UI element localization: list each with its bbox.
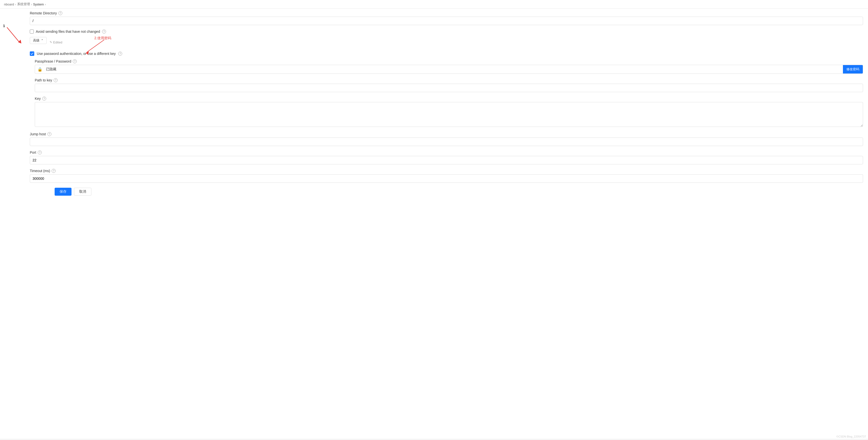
- cancel-button[interactable]: 取消: [74, 188, 91, 196]
- port-help-icon[interactable]: ?: [38, 151, 42, 154]
- svg-line-2: [87, 40, 104, 52]
- remote-directory-group: Remote Directory ?: [30, 11, 863, 25]
- jump-host-help-icon[interactable]: ?: [48, 132, 52, 136]
- advanced-row: 高级 ⌃ ✎ Edited: [30, 37, 863, 48]
- jump-host-label: Jump host ?: [30, 132, 863, 136]
- edit-icon: ✎: [50, 40, 52, 44]
- chevron-up-icon: ⌃: [41, 39, 43, 42]
- breadcrumb-sep-3: ›: [45, 2, 46, 6]
- path-to-key-group: Path to key ?: [30, 78, 863, 92]
- edited-label: ✎ Edited: [50, 40, 62, 44]
- breadcrumb: nboard › 系统管理 › System ›: [0, 0, 868, 9]
- passphrase-label: Passphrase / Password ?: [35, 59, 863, 63]
- use-password-row: Use password authentication, or use a di…: [30, 52, 863, 56]
- main-content: 1 2.使用密码 Remote Directory ? Avoid sendin…: [0, 9, 868, 439]
- port-input[interactable]: [30, 156, 863, 164]
- jump-host-group: Jump host ?: [30, 132, 863, 146]
- svg-line-0: [7, 27, 19, 42]
- remote-directory-help-icon[interactable]: ?: [58, 11, 62, 15]
- annotation-arrow: [2, 26, 24, 46]
- passphrase-group: Passphrase / Password ? 🔒 已隐藏 修改密码: [30, 59, 863, 74]
- breadcrumb-nboard[interactable]: nboard: [4, 2, 14, 6]
- timeout-help-icon[interactable]: ?: [52, 169, 56, 173]
- port-group: Port ?: [30, 151, 863, 164]
- advanced-label: 高级: [33, 38, 39, 43]
- key-textarea[interactable]: [35, 102, 863, 127]
- advanced-toggle-button[interactable]: 高级 ⌃: [30, 37, 47, 44]
- jump-host-input[interactable]: [30, 137, 863, 146]
- lock-icon: 🔒: [35, 67, 45, 72]
- breadcrumb-system-admin[interactable]: 系统管理: [17, 2, 30, 6]
- passphrase-hidden-value: 已隐藏: [45, 66, 843, 73]
- avoid-sending-label: Avoid sending files that have not change…: [36, 30, 100, 33]
- use-password-checkbox[interactable]: [30, 52, 34, 56]
- port-label: Port ?: [30, 151, 863, 154]
- timeout-label: Timeout (ms) ?: [30, 169, 863, 173]
- save-button[interactable]: 保存: [55, 188, 71, 196]
- annotation-arrow-2: [85, 38, 134, 58]
- bottom-buttons: 保存 取消: [30, 188, 863, 196]
- timeout-group: Timeout (ms) ?: [30, 169, 863, 183]
- avoid-sending-row: Avoid sending files that have not change…: [30, 30, 863, 33]
- avoid-sending-help-icon[interactable]: ?: [102, 30, 106, 33]
- key-help-icon[interactable]: ?: [42, 97, 46, 100]
- remote-directory-label: Remote Directory ?: [30, 11, 863, 15]
- form-section: Remote Directory ? Avoid sending files t…: [5, 9, 863, 196]
- passphrase-input-row: 🔒 已隐藏 修改密码: [35, 65, 863, 74]
- timeout-input[interactable]: [30, 174, 863, 183]
- remote-directory-input[interactable]: [30, 17, 863, 25]
- avoid-sending-checkbox[interactable]: [30, 30, 34, 33]
- breadcrumb-sep-1: ›: [15, 2, 16, 6]
- modify-password-button[interactable]: 修改密码: [843, 65, 863, 73]
- passphrase-help-icon[interactable]: ?: [73, 59, 77, 63]
- breadcrumb-system: System: [33, 2, 44, 6]
- path-to-key-input[interactable]: [35, 84, 863, 92]
- checkmark-icon: [31, 52, 33, 55]
- path-to-key-label: Path to key ?: [35, 78, 863, 82]
- breadcrumb-sep-2: ›: [31, 2, 32, 6]
- path-to-key-help-icon[interactable]: ?: [54, 78, 58, 82]
- key-label: Key ?: [35, 97, 863, 100]
- key-group: Key ?: [30, 97, 863, 128]
- watermark: ©CSDN Blog_22054737: [836, 435, 866, 438]
